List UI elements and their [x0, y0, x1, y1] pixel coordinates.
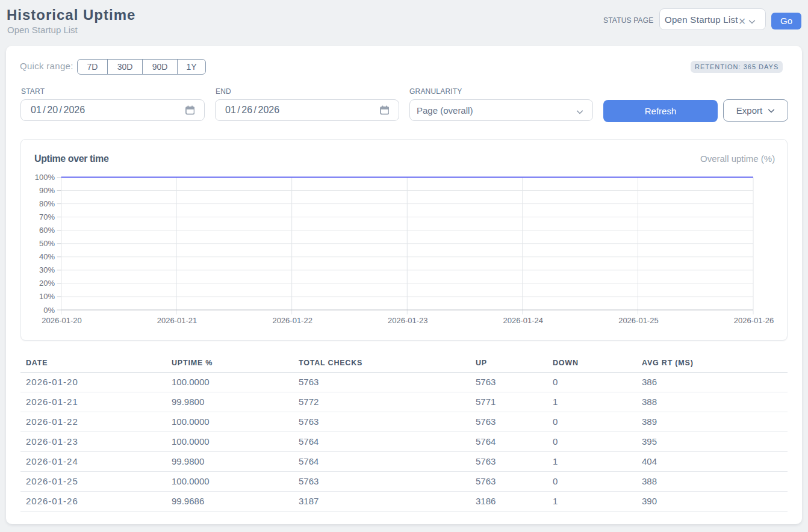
svg-text:2026-01-25: 2026-01-25 [618, 316, 659, 325]
svg-text:80%: 80% [39, 199, 55, 208]
svg-text:2026-01-22: 2026-01-22 [272, 316, 312, 325]
svg-text:10%: 10% [39, 292, 55, 301]
svg-text:20%: 20% [39, 279, 55, 288]
svg-text:100%: 100% [35, 173, 55, 182]
svg-text:0%: 0% [43, 306, 55, 315]
svg-text:40%: 40% [39, 252, 55, 261]
svg-text:30%: 30% [39, 265, 55, 274]
svg-text:2026-01-26: 2026-01-26 [734, 316, 774, 325]
svg-text:50%: 50% [39, 239, 55, 248]
svg-text:2026-01-24: 2026-01-24 [503, 316, 544, 325]
svg-text:70%: 70% [39, 212, 55, 221]
svg-text:60%: 60% [39, 226, 55, 235]
svg-text:90%: 90% [39, 186, 55, 195]
svg-text:2026-01-21: 2026-01-21 [157, 316, 197, 325]
svg-text:2026-01-23: 2026-01-23 [388, 316, 428, 325]
svg-text:2026-01-20: 2026-01-20 [42, 316, 82, 325]
